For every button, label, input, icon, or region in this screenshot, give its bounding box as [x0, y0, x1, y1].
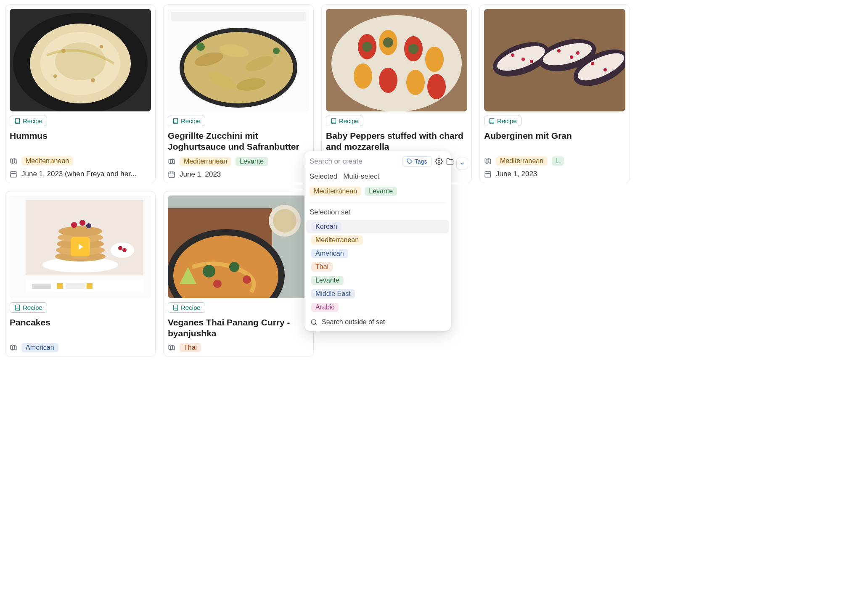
cuisine-tag[interactable]: Mediterranean [180, 157, 231, 166]
cuisine-row: American [10, 343, 151, 352]
svg-point-4 [55, 42, 106, 80]
set-option[interactable]: Levante [306, 274, 449, 287]
recipe-title: Hummus [10, 130, 151, 152]
svg-rect-11 [171, 12, 306, 21]
multiselect-label: Multi-select [343, 172, 379, 181]
book-icon [172, 118, 179, 124]
svg-rect-67 [57, 283, 63, 289]
type-label: Recipe [23, 304, 42, 311]
set-option[interactable]: Middle East [306, 287, 449, 301]
cuisine-row: Mediterranean [10, 156, 151, 166]
cuisine-tag[interactable]: L [552, 156, 564, 166]
selection-set-title: Selection set [304, 206, 451, 220]
set-option-label: Arabic [311, 303, 339, 312]
type-badge: Recipe [484, 116, 521, 126]
svg-point-47 [576, 51, 580, 55]
map-icon [168, 158, 175, 165]
svg-point-42 [511, 53, 514, 57]
type-badge: Recipe [326, 116, 363, 126]
cuisine-tag[interactable]: American [21, 343, 58, 352]
cuisine-row: Mediterranean Levante [168, 157, 309, 166]
svg-point-32 [362, 42, 372, 52]
selection-set-list: Korean Mediterranean American Thai Levan… [304, 220, 451, 314]
recipe-title: Gegrillte Zucchini mit Joghurtsauce und … [168, 130, 309, 153]
svg-point-76 [213, 280, 222, 288]
gear-icon [435, 158, 443, 165]
recipe-image [10, 195, 151, 298]
search-outside-set[interactable]: Search outside of set [304, 314, 451, 326]
svg-point-49 [603, 68, 607, 71]
type-label: Recipe [497, 117, 517, 124]
recipe-image [484, 9, 625, 111]
folder-icon [446, 158, 454, 165]
svg-point-81 [438, 161, 440, 163]
type-badge: Recipe [10, 116, 47, 126]
recipe-title: Auberginen mit Gran [484, 130, 625, 152]
svg-point-34 [408, 44, 418, 54]
tags-chip-label: Tags [415, 158, 427, 165]
svg-point-64 [122, 248, 127, 252]
svg-point-8 [53, 74, 57, 78]
svg-point-46 [570, 55, 573, 59]
settings-button[interactable] [435, 157, 443, 166]
set-option[interactable]: Arabic [306, 301, 449, 314]
svg-point-31 [427, 74, 446, 99]
svg-point-48 [591, 62, 594, 65]
recipe-card[interactable]: Recipe Auberginen mit Gran Mediterranean… [479, 4, 630, 183]
cuisine-row: Thai [168, 343, 309, 352]
svg-point-59 [71, 222, 77, 228]
set-option[interactable]: Korean [306, 220, 449, 233]
date-row: June 1, 2023 [484, 170, 625, 178]
recipe-image [168, 195, 309, 298]
svg-point-58 [58, 226, 102, 236]
type-badge: Recipe [10, 302, 47, 313]
card-dropdown-button[interactable] [456, 158, 468, 169]
selected-tag[interactable]: Levante [365, 187, 397, 196]
recipe-card[interactable]: Recipe Pancakes American [5, 191, 156, 357]
cuisine-tag[interactable]: Levante [236, 157, 268, 166]
play-icon[interactable] [71, 237, 90, 256]
svg-point-29 [379, 68, 397, 93]
chevron-down-icon [459, 161, 465, 166]
date-row: June 1, 2023 [168, 170, 309, 179]
set-option[interactable]: Mediterranean [306, 233, 449, 247]
recipe-card[interactable]: Recipe Hummus Mediterranean June 1, 2023… [5, 4, 156, 183]
cuisine-tag[interactable]: Mediterranean [496, 156, 548, 166]
svg-point-75 [229, 262, 239, 272]
svg-point-74 [203, 265, 215, 277]
cuisine-tag[interactable]: Thai [180, 343, 201, 352]
calendar-icon [10, 170, 17, 178]
map-icon [484, 157, 492, 165]
tags-filter-chip[interactable]: Tags [402, 156, 432, 166]
svg-rect-68 [66, 283, 85, 289]
type-label: Recipe [181, 304, 201, 311]
calendar-icon [484, 170, 492, 178]
set-option-label: Korean [311, 222, 341, 231]
selected-tag[interactable]: Mediterranean [310, 187, 361, 196]
type-label: Recipe [339, 117, 359, 124]
svg-point-45 [557, 49, 561, 53]
svg-point-20 [273, 48, 280, 54]
date-text: June 1, 2023 (when Freya and her... [21, 170, 136, 178]
recipe-card[interactable]: Recipe Veganes Thai Panang Curry - byanj… [163, 191, 314, 357]
svg-point-63 [118, 246, 122, 250]
recipe-card[interactable]: Recipe Gegrillte Zucchini mit Joghurtsau… [163, 4, 314, 183]
set-option[interactable]: American [306, 247, 449, 260]
svg-point-33 [383, 37, 393, 48]
svg-point-44 [530, 60, 533, 63]
folder-button[interactable] [446, 157, 454, 166]
cuisine-tag[interactable]: Mediterranean [21, 156, 73, 166]
map-icon [10, 344, 17, 351]
set-option-label: American [311, 249, 348, 258]
set-option-label: Thai [311, 262, 333, 272]
type-label: Recipe [181, 117, 201, 124]
set-option[interactable]: Thai [306, 260, 449, 274]
date-row: June 1, 2023 (when Freya and her... [10, 170, 151, 178]
set-option-label: Mediterranean [311, 235, 363, 245]
search-input[interactable] [310, 157, 399, 166]
type-badge: Recipe [168, 302, 205, 313]
cuisine-row: Mediterranean L [484, 156, 625, 166]
search-icon [310, 319, 318, 326]
svg-rect-50 [485, 172, 491, 177]
type-badge: Recipe [168, 116, 205, 126]
